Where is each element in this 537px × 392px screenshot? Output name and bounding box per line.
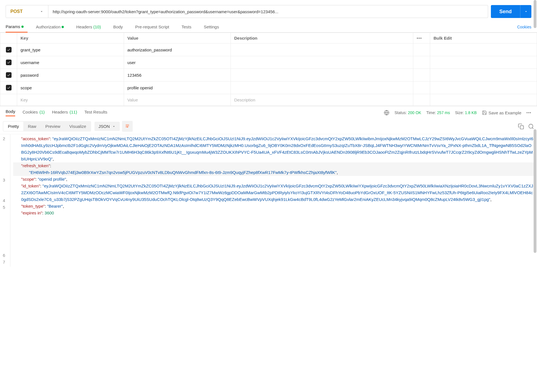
col-value: Value [124, 33, 231, 44]
col-key: Key [17, 33, 124, 44]
tab-params[interactable]: Params [6, 21, 28, 33]
format-select[interactable]: JSON [94, 122, 120, 131]
svg-point-5 [529, 124, 533, 128]
param-value[interactable]: user [124, 56, 231, 69]
save-as-example-button[interactable]: Save as Example [482, 110, 522, 115]
status-meta: Status: 200 OK [394, 110, 421, 115]
param-value[interactable]: profile openid [124, 81, 231, 94]
table-row: password 123456 [0, 69, 537, 81]
send-button[interactable]: Send [491, 5, 520, 18]
resp-tab-test-results[interactable]: Test Results [84, 110, 107, 116]
method-label: POST [10, 9, 23, 14]
param-value[interactable]: authorization_password [124, 44, 231, 56]
tab-tests[interactable]: Tests [182, 22, 195, 32]
tab-authorization[interactable]: Authorization [36, 22, 68, 32]
modified-dot-icon [21, 26, 24, 28]
view-segment: Pretty Raw Preview Visualize [3, 121, 91, 132]
resp-tab-headers[interactable]: Headers (11) [52, 110, 77, 116]
param-key[interactable]: username [17, 56, 124, 69]
view-preview[interactable]: Preview [41, 122, 65, 131]
checkbox[interactable] [6, 60, 12, 65]
checkbox[interactable] [6, 47, 12, 53]
param-key[interactable]: scope [17, 81, 124, 94]
table-row: grant_type authorization_password [0, 44, 537, 56]
table-row: scope profile openid [0, 81, 537, 94]
size-meta: Size: 1.8 KB [455, 110, 477, 115]
wrap-icon [125, 124, 130, 128]
resp-tab-cookies[interactable]: Cookies (1) [22, 110, 45, 116]
chevron-down-icon [40, 10, 44, 13]
view-pretty[interactable]: Pretty [3, 122, 23, 131]
param-description[interactable] [231, 44, 413, 56]
tab-headers[interactable]: Headers (10) [76, 22, 105, 32]
modified-dot-icon [62, 26, 64, 28]
bulk-edit-link[interactable]: Bulk Edit [434, 36, 452, 40]
param-key[interactable]: grant_type [17, 44, 124, 56]
chevron-down-icon [524, 10, 528, 13]
svg-line-6 [532, 128, 533, 129]
param-description[interactable] [231, 56, 413, 69]
search-icon[interactable] [528, 123, 534, 130]
svg-rect-4 [520, 126, 524, 129]
view-raw[interactable]: Raw [23, 122, 41, 131]
method-select[interactable]: POST [6, 5, 48, 18]
more-icon[interactable]: ••• [417, 36, 422, 40]
checkbox[interactable] [6, 85, 12, 90]
cookies-link[interactable]: Cookies [517, 25, 531, 29]
param-description[interactable] [231, 69, 413, 81]
param-key[interactable]: password [17, 69, 124, 81]
param-value[interactable]: 123456 [124, 69, 231, 81]
line-gutter: 2 3 4 5 6 7 [0, 134, 10, 267]
tab-settings[interactable]: Settings [204, 22, 223, 32]
tab-body[interactable]: Body [113, 22, 127, 32]
more-icon[interactable]: ••• [526, 110, 531, 115]
checkbox[interactable] [6, 72, 12, 78]
wrap-lines-button[interactable] [122, 121, 133, 132]
response-body[interactable]: 2 3 4 5 6 7 "access_token": "eyJraWQiOiI… [0, 134, 537, 267]
table-row-placeholder[interactable]: KeyValueDescription [0, 94, 537, 106]
resp-tab-body[interactable]: Body [6, 109, 15, 116]
scrollbar[interactable] [534, 129, 536, 253]
save-icon [482, 110, 487, 115]
globe-icon[interactable] [384, 110, 389, 115]
table-row: username user [0, 56, 537, 69]
send-dropdown[interactable] [520, 5, 531, 18]
url-input[interactable] [48, 5, 488, 18]
col-description: Description [231, 33, 413, 44]
view-visualize[interactable]: Visualize [65, 122, 91, 131]
chevron-down-icon [112, 124, 116, 128]
tab-prerequest[interactable]: Pre-request Script [135, 22, 173, 32]
time-meta: Time: 257 ms [426, 110, 450, 115]
copy-icon[interactable] [518, 123, 524, 130]
scrollbar[interactable] [534, 0, 536, 28]
param-description[interactable] [231, 81, 413, 94]
params-table: Key Value Description ••• Bulk Edit gran… [0, 33, 537, 106]
